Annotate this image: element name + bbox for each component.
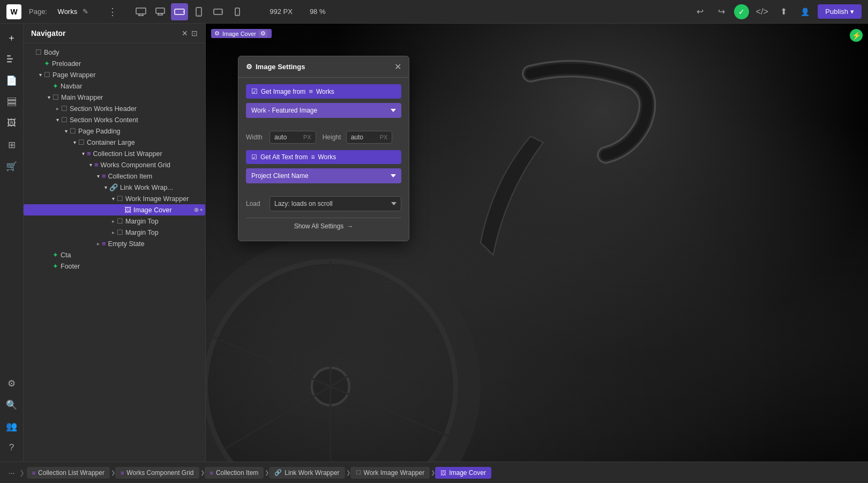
tree-item-image-cover[interactable]: 🖼 Image Cover ⊕ +: [24, 204, 205, 216]
width-label: Width: [246, 133, 265, 141]
tree-item-preloader[interactable]: ✦ Preloader: [24, 58, 205, 69]
modal-body: ☑ Get Image from ≡ Works Work - Featured…: [238, 78, 409, 241]
components-button[interactable]: ⊞: [2, 135, 21, 154]
help-button[interactable]: ?: [2, 438, 21, 457]
collapse-navigator-icon[interactable]: ⊡: [191, 29, 198, 38]
add-child-icon[interactable]: ⊕: [194, 206, 199, 213]
tree-item-page-padding[interactable]: ▾ ☐ Page Padding: [24, 125, 205, 137]
settings-icon[interactable]: +: [200, 206, 203, 213]
export-button[interactable]: ⬆: [775, 3, 792, 20]
tree-item-section-works-header[interactable]: ▸ ☐ Section Works Header: [24, 103, 205, 114]
height-input[interactable]: [351, 133, 378, 141]
alt-collection-name: Works: [318, 153, 336, 161]
device-mobile-landscape[interactable]: [209, 3, 227, 20]
breadcrumb-collection-list-wrapper[interactable]: ≡ Collection List Wrapper: [27, 467, 110, 479]
device-desktop[interactable]: [152, 3, 169, 20]
device-tablet-landscape[interactable]: [171, 3, 188, 20]
box-icon: ☐: [117, 195, 123, 203]
tree-item-link-work-wrap[interactable]: ▾ 🔗 Link Work Wrap... ⊕ +: [24, 182, 205, 193]
navigator-button[interactable]: [2, 49, 21, 69]
svg-rect-16: [7, 55, 11, 57]
breadcrumb-image-cover[interactable]: 🖼 Image Cover: [435, 467, 491, 479]
add-child-icon[interactable]: ⊕: [194, 184, 199, 191]
modal-header: ⚙ Image Settings ✕: [238, 56, 409, 78]
settings-icon[interactable]: +: [200, 184, 203, 191]
close-navigator-icon[interactable]: ✕: [182, 29, 188, 38]
width-input[interactable]: [274, 133, 301, 141]
tree-item-page-wrapper[interactable]: ▾ ☐ Page Wrapper: [24, 69, 205, 80]
breadcrumb-works-component-grid[interactable]: ≡ Works Component Grid: [115, 467, 199, 479]
featured-image-select[interactable]: Work - Featured Image: [246, 103, 401, 118]
alt-option-select[interactable]: Project Client Name: [246, 168, 401, 183]
edit-page-icon[interactable]: ✎: [83, 8, 88, 16]
community-button[interactable]: 👥: [2, 417, 21, 436]
svg-line-27: [331, 387, 450, 436]
search-button[interactable]: 🔍: [2, 395, 21, 414]
checkbox-checked-icon[interactable]: ☑: [251, 87, 258, 95]
tree-item-margin-top-1[interactable]: ▸ ☐ Margin Top: [24, 216, 205, 227]
tree-item-label: Section Works Content: [70, 116, 203, 124]
tree-item-label: Empty State: [108, 240, 203, 248]
cms-icon: ≡: [121, 470, 124, 476]
device-tablet-portrait[interactable]: [190, 3, 207, 20]
database-icon: ≡: [309, 87, 313, 95]
box-icon: ☐: [44, 71, 50, 79]
show-all-settings-button[interactable]: Show All Settings →: [246, 218, 401, 234]
breadcrumb-collection-item[interactable]: ≡ Collection Item: [205, 467, 264, 479]
breadcrumb-work-image-wrapper[interactable]: ☐ Work Image Wrapper: [350, 467, 430, 479]
tree-item-margin-top-2[interactable]: ▸ ☐ Margin Top: [24, 227, 205, 238]
redo-button[interactable]: ↪: [713, 3, 730, 20]
canvas-area[interactable]: ⚙ Image Cover ⚙ ⚡ ⚙ Image Settings ✕ ☑ G…: [206, 24, 868, 462]
alt-checkbox-checked-icon[interactable]: ☑: [251, 153, 257, 161]
get-alt-text-row: ☑ Get Alt Text from ≡ Works: [246, 150, 401, 164]
tree-item-navbar[interactable]: ✦ Navbar: [24, 80, 205, 92]
tree-item-works-component-grid[interactable]: ▾ ≡ Works Component Grid: [24, 159, 205, 170]
navigator-title: Navigator: [31, 29, 66, 38]
image-cover-badge-text: Image Cover: [222, 31, 256, 37]
height-label: Height: [323, 133, 342, 141]
ecommerce-button[interactable]: 🛒: [2, 157, 21, 176]
tree-item-label: Section Works Header: [70, 105, 203, 113]
apps-button[interactable]: ⚙: [2, 374, 21, 393]
tree-item-footer[interactable]: ✦ Footer: [24, 261, 205, 272]
breadcrumb-options-button[interactable]: ···: [4, 466, 19, 479]
tree-item-label: Collection Item: [108, 173, 203, 180]
tree-item-work-image-wrapper[interactable]: ▾ ☐ Work Image Wrapper: [24, 193, 205, 204]
tree-item-label: Preloader: [52, 60, 203, 68]
image-cover-badge[interactable]: ⚙ Image Cover ⚙: [211, 29, 272, 38]
options-icon[interactable]: ⋮: [108, 6, 117, 18]
tree-item-main-wrapper[interactable]: ▾ ☐ Main Wrapper: [24, 92, 205, 103]
account-button[interactable]: 👤: [796, 3, 813, 20]
tree-item-container-large[interactable]: ▾ ☐ Container Large: [24, 137, 205, 148]
cms-icon: ≡: [87, 150, 91, 158]
tree-item-label: Works Component Grid: [101, 161, 203, 169]
breadcrumb-sep-2: ❯: [200, 470, 205, 475]
add-element-button[interactable]: ＋: [2, 28, 21, 47]
pages-button[interactable]: 📄: [2, 71, 21, 90]
tree-item-collection-list-wrapper[interactable]: ▾ ≡ Collection List Wrapper: [24, 148, 205, 159]
tree-item-section-works-content[interactable]: ▾ ☐ Section Works Content: [24, 114, 205, 125]
image-settings-modal: ⚙ Image Settings ✕ ☑ Get Image from ≡ Wo…: [238, 56, 409, 241]
device-desktop-large[interactable]: [132, 3, 149, 20]
svg-line-29: [224, 387, 330, 449]
modal-close-button[interactable]: ✕: [394, 62, 401, 72]
publish-button[interactable]: Publish ▾: [818, 4, 862, 19]
tree-item-empty-state[interactable]: ▸ ≡ Empty State: [24, 238, 205, 249]
badge-settings-icon[interactable]: ⚙: [259, 30, 267, 37]
navigator-header-icons: ✕ ⊡: [182, 29, 198, 38]
box-icon: ☐: [61, 105, 68, 113]
tree-item-cta[interactable]: ✦ Cta: [24, 249, 205, 261]
code-toggle-button[interactable]: </>: [753, 3, 770, 20]
box-icon: ☐: [53, 93, 59, 101]
breadcrumb-link-work-wrapper[interactable]: 🔗 Link Work Wrapper: [269, 467, 345, 479]
undo-button[interactable]: ↩: [691, 3, 708, 20]
device-mobile-portrait[interactable]: [229, 3, 246, 20]
image-icon: 🖼: [440, 470, 446, 476]
breadcrumb-arrow-1: ❯: [19, 469, 25, 477]
assets-button[interactable]: 🖼: [2, 114, 21, 133]
navigator-tree: ☐ Body ✦ Preloader ▾ ☐ Page Wrapper: [24, 43, 205, 462]
load-select[interactable]: Lazy: loads on scroll: [270, 196, 401, 211]
tree-item-collection-item[interactable]: ▾ ≡ Collection Item: [24, 170, 205, 182]
tree-item-body[interactable]: ☐ Body: [24, 47, 205, 58]
cms-button[interactable]: [2, 92, 21, 112]
